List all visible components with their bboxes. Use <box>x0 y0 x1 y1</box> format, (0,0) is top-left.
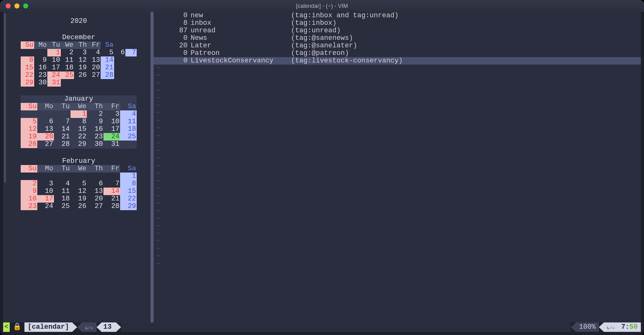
calendar-day[interactable]: 4 <box>87 49 101 56</box>
calendar-day[interactable]: 22 <box>21 72 34 79</box>
calendar-day[interactable]: 24 <box>103 133 120 141</box>
calendar-day[interactable]: 1 <box>47 49 61 56</box>
calendar-day[interactable]: 5 <box>101 49 114 56</box>
calendar-day[interactable]: 31 <box>47 79 61 87</box>
calendar-day[interactable]: 7 <box>125 49 137 56</box>
folder-row[interactable]: 0Patreon(tag:@patreon) <box>154 50 641 57</box>
calendar-day[interactable]: 1 <box>71 110 87 118</box>
calendar-day[interactable]: 1 <box>120 173 137 180</box>
calendar-day[interactable]: 10 <box>103 118 120 125</box>
calendar-day[interactable]: 18 <box>120 125 137 133</box>
calendar-day[interactable]: 11 <box>120 118 137 125</box>
calendar-day[interactable]: 8 <box>120 180 137 188</box>
calendar-day[interactable]: 17 <box>37 195 54 203</box>
calendar-day[interactable]: 8 <box>71 118 87 125</box>
calendar-day[interactable]: 27 <box>37 141 54 148</box>
calendar-day[interactable]: 25 <box>120 133 137 141</box>
calendar-day[interactable]: 25 <box>54 203 71 210</box>
calendar-day[interactable]: 2 <box>61 49 74 56</box>
calendar-day[interactable]: 6 <box>37 118 54 125</box>
calendar-day[interactable]: 10 <box>37 188 54 195</box>
calendar-day[interactable]: 2 <box>21 180 37 188</box>
calendar-day[interactable]: 21 <box>54 133 71 141</box>
calendar-day[interactable]: 30 <box>34 79 48 87</box>
calendar-day[interactable]: 13 <box>87 56 101 64</box>
calendar-day[interactable]: 18 <box>61 64 74 72</box>
calendar-day[interactable]: 10 <box>47 56 61 64</box>
scrollbar[interactable] <box>3 12 7 332</box>
calendar-day[interactable]: 25 <box>61 72 74 79</box>
calendar-day[interactable]: 19 <box>21 133 37 141</box>
titlebar[interactable]: [calendar] - (~) - VIM <box>0 0 644 12</box>
calendar-day[interactable]: 13 <box>87 188 103 195</box>
calendar-day[interactable]: 14 <box>101 56 114 64</box>
calendar-day[interactable]: 31 <box>103 141 120 148</box>
calendar-day[interactable]: 24 <box>37 203 54 210</box>
calendar-day[interactable]: 15 <box>71 125 87 133</box>
calendar-day[interactable]: 19 <box>71 195 87 203</box>
calendar-day[interactable]: 11 <box>54 188 71 195</box>
calendar-day[interactable]: 3 <box>74 49 87 56</box>
calendar-day[interactable]: 26 <box>71 203 87 210</box>
calendar-day[interactable]: 12 <box>74 56 87 64</box>
calendar-day[interactable]: 26 <box>21 141 37 148</box>
calendar-day[interactable]: 21 <box>101 64 114 72</box>
calendar-day[interactable]: 16 <box>21 195 37 203</box>
calendar-day[interactable]: 14 <box>54 125 71 133</box>
calendar-day[interactable]: 21 <box>103 195 120 203</box>
calendar-day[interactable]: 3 <box>37 180 54 188</box>
calendar-day[interactable]: 6 <box>114 49 125 56</box>
calendar-day[interactable]: 8 <box>21 56 34 64</box>
calendar-day[interactable]: 26 <box>74 72 87 79</box>
folder-row[interactable]: 0LivestockConservancy(tag:livestock-cons… <box>154 57 641 65</box>
folder-row[interactable]: 87unread(tag:unread) <box>154 27 641 35</box>
calendar-day[interactable]: 18 <box>54 195 71 203</box>
calendar-day[interactable]: 7 <box>54 118 71 125</box>
split-divider[interactable] <box>150 12 154 332</box>
calendar-day[interactable]: 4 <box>54 180 71 188</box>
calendar-day[interactable]: 9 <box>21 188 37 195</box>
calendar-day[interactable]: 17 <box>103 125 120 133</box>
calendar-day[interactable]: 22 <box>71 133 87 141</box>
calendar-day[interactable]: 22 <box>120 195 137 203</box>
calendar-day[interactable]: 28 <box>54 141 71 148</box>
calendar-sidebar[interactable]: 2020 DecemberSuMoTuWeThFrSa1234567891011… <box>7 12 150 332</box>
calendar-day[interactable]: 5 <box>71 180 87 188</box>
folder-row[interactable]: 8inbox(tag:inbox) <box>154 19 641 27</box>
calendar-day[interactable]: 2 <box>87 110 103 118</box>
calendar-day[interactable]: 12 <box>21 125 37 133</box>
calendar-day[interactable]: 27 <box>87 203 103 210</box>
calendar-day[interactable]: 4 <box>120 110 137 118</box>
calendar-day[interactable]: 15 <box>120 188 137 195</box>
calendar-day[interactable]: 24 <box>47 72 61 79</box>
calendar-day[interactable]: 27 <box>87 72 101 79</box>
scrollbar-thumb[interactable] <box>4 13 6 183</box>
calendar-day[interactable]: 19 <box>74 64 87 72</box>
folder-row[interactable]: 0News(tag:@sanenews) <box>154 35 641 42</box>
calendar-day[interactable]: 28 <box>103 203 120 210</box>
calendar-day[interactable]: 9 <box>87 118 103 125</box>
calendar-day[interactable]: 23 <box>21 203 37 210</box>
calendar-day[interactable]: 20 <box>37 133 54 141</box>
calendar-day[interactable]: 16 <box>34 64 48 72</box>
calendar-day[interactable]: 13 <box>37 125 54 133</box>
calendar-day[interactable]: 14 <box>103 188 120 195</box>
folder-row[interactable]: 20Later(tag:@sanelater) <box>154 42 641 50</box>
calendar-day[interactable]: 29 <box>21 79 34 87</box>
main-pane[interactable]: 0new(tag:inbox and tag:unread)8inbox(tag… <box>154 12 641 332</box>
calendar-day[interactable]: 20 <box>87 64 101 72</box>
calendar-day[interactable]: 17 <box>47 64 61 72</box>
calendar-day[interactable]: 28 <box>101 72 114 79</box>
calendar-day[interactable]: 7 <box>103 180 120 188</box>
calendar-day[interactable]: 3 <box>103 110 120 118</box>
calendar-day[interactable]: 23 <box>87 133 103 141</box>
calendar-day[interactable]: 29 <box>71 141 87 148</box>
calendar-day[interactable]: 20 <box>87 195 103 203</box>
calendar-day[interactable]: 9 <box>34 56 48 64</box>
calendar-day[interactable]: 15 <box>21 64 34 72</box>
calendar-day[interactable]: 5 <box>21 118 37 125</box>
calendar-day[interactable]: 6 <box>87 180 103 188</box>
calendar-day[interactable]: 23 <box>34 72 48 79</box>
calendar-day[interactable]: 29 <box>120 203 137 210</box>
calendar-day[interactable]: 12 <box>71 188 87 195</box>
